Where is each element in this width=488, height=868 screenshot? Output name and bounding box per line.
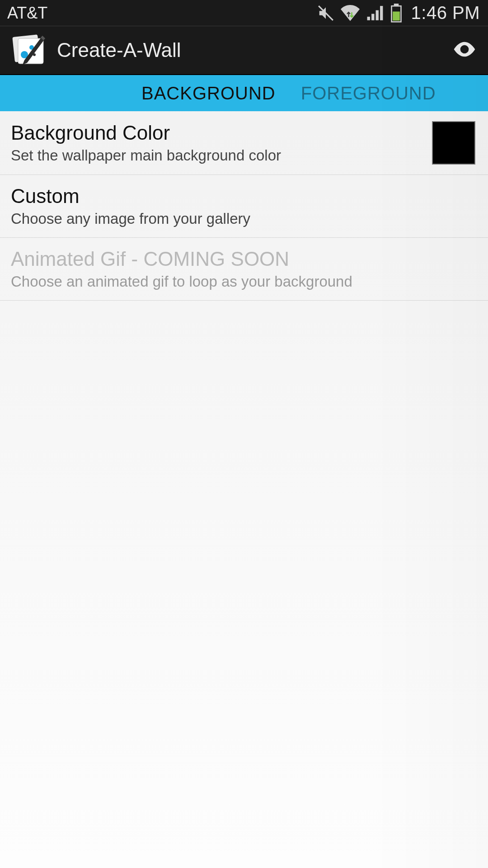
battery-icon xyxy=(390,4,402,23)
svg-rect-1 xyxy=(371,14,374,20)
svg-point-12 xyxy=(462,47,466,51)
setting-text: Animated Gif - COMING SOON Choose an ani… xyxy=(11,248,477,290)
setting-background-color[interactable]: Background Color Set the wallpaper main … xyxy=(0,111,488,175)
tab-bar: BACKGROUND FOREGROUND xyxy=(0,75,488,111)
carrier-label: AT&T xyxy=(7,4,317,23)
clock: 1:46 PM xyxy=(411,3,480,23)
wifi-icon xyxy=(341,5,360,22)
app-title: Create-A-Wall xyxy=(57,39,452,61)
status-icons: 1:46 PM xyxy=(317,3,480,23)
setting-text: Background Color Set the wallpaper main … xyxy=(11,122,423,164)
svg-rect-3 xyxy=(380,6,383,20)
setting-custom-image[interactable]: Custom Choose any image from your galler… xyxy=(0,175,488,238)
tab-spacer xyxy=(0,75,129,111)
tab-foreground[interactable]: FOREGROUND xyxy=(288,75,449,111)
setting-text: Custom Choose any image from your galler… xyxy=(11,185,477,227)
preview-icon[interactable] xyxy=(452,37,477,64)
setting-title: Background Color xyxy=(11,122,423,144)
status-bar: AT&T xyxy=(0,0,488,26)
setting-desc: Choose any image from your gallery xyxy=(11,210,477,227)
color-swatch[interactable] xyxy=(432,121,475,165)
setting-title: Animated Gif - COMING SOON xyxy=(11,248,477,270)
svg-rect-6 xyxy=(393,11,400,20)
setting-title: Custom xyxy=(11,185,477,208)
app-bar: Create-A-Wall xyxy=(0,26,488,75)
setting-desc: Set the wallpaper main background color xyxy=(11,147,423,164)
setting-desc: Choose an animated gif to loop as your b… xyxy=(11,273,477,290)
settings-list: Background Color Set the wallpaper main … xyxy=(0,111,488,301)
mute-icon xyxy=(317,5,334,22)
svg-rect-2 xyxy=(375,10,378,20)
app-icon xyxy=(11,31,49,69)
signal-icon xyxy=(366,5,384,22)
tab-background[interactable]: BACKGROUND xyxy=(129,75,288,111)
setting-animated-gif: Animated Gif - COMING SOON Choose an ani… xyxy=(0,238,488,301)
svg-rect-0 xyxy=(367,16,370,20)
